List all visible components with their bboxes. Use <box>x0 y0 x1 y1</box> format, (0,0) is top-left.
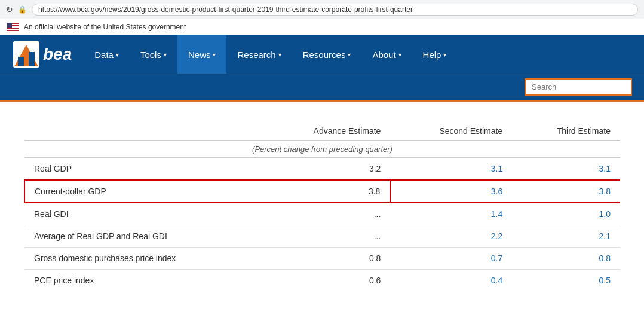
table-subtitle-row: (Percent change from preceding quarter) <box>24 141 620 158</box>
nav-link-news[interactable]: News ▾ <box>177 35 227 74</box>
gdp-table: Advance Estimate Second Estimate Third E… <box>24 120 620 291</box>
nav-link-resources[interactable]: Resources ▾ <box>292 35 362 74</box>
nav-link-tools[interactable]: Tools ▾ <box>130 35 177 74</box>
cell-second: 3.6 <box>390 180 512 203</box>
table-header-row: Advance Estimate Second Estimate Third E… <box>24 120 620 141</box>
nav-item-tools: Tools ▾ <box>130 35 177 74</box>
nav-label-resources: Resources <box>303 50 346 60</box>
nav-arrow-tools: ▾ <box>164 51 167 58</box>
cell-third: 2.1 <box>512 225 620 248</box>
cell-third: 1.0 <box>512 203 620 225</box>
main-nav: bea Data ▾ Tools ▾ News ▾ Research ▾ <box>0 35 644 74</box>
nav-link-about[interactable]: About ▾ <box>361 35 412 74</box>
nav-menu: Data ▾ Tools ▾ News ▾ Research ▾ Resourc <box>84 35 457 74</box>
nav-item-about: About ▾ <box>361 35 412 74</box>
nav-link-data[interactable]: Data ▾ <box>84 35 130 74</box>
cell-third: 3.1 <box>512 158 620 181</box>
svg-rect-3 <box>29 52 35 66</box>
gov-banner: An official website of the United States… <box>0 19 644 35</box>
lock-icon: 🔒 <box>18 5 27 14</box>
content-area: Advance Estimate Second Estimate Third E… <box>0 102 644 303</box>
table-row: Gross domestic purchases price index0.80… <box>24 248 620 270</box>
nav-label-data: Data <box>94 50 114 60</box>
col-header-label <box>24 120 262 141</box>
cell-third: 3.8 <box>512 180 620 203</box>
bea-logo[interactable]: bea <box>12 40 72 69</box>
nav-arrow-about: ▾ <box>398 51 401 58</box>
col-header-advance: Advance Estimate <box>262 120 390 141</box>
nav-item-data: Data ▾ <box>84 35 130 74</box>
cell-advance: 0.6 <box>262 270 390 292</box>
search-input[interactable] <box>525 78 632 96</box>
bea-logo-icon <box>12 40 41 69</box>
gov-banner-text: An official website of the United States… <box>24 23 186 31</box>
url-bar[interactable]: https://www.bea.gov/news/2019/gross-dome… <box>32 4 638 16</box>
cell-label: Real GDP <box>24 158 262 181</box>
cell-label: Gross domestic purchases price index <box>24 248 262 270</box>
nav-label-help: Help <box>423 50 441 60</box>
nav-link-help[interactable]: Help ▾ <box>412 35 458 74</box>
table-row: PCE price index0.60.40.5 <box>24 270 620 292</box>
nav-item-help: Help ▾ <box>412 35 458 74</box>
cell-advance: 0.8 <box>262 248 390 270</box>
cell-advance: ... <box>262 225 390 248</box>
table-subtitle: (Percent change from preceding quarter) <box>24 141 620 158</box>
nav-label-news: News <box>188 50 211 60</box>
cell-second: 1.4 <box>390 203 512 225</box>
table-row: Current-dollar GDP3.83.63.8 <box>24 180 620 203</box>
cell-second: 0.7 <box>390 248 512 270</box>
nav-item-news: News ▾ <box>177 35 227 74</box>
cell-advance: 3.8 <box>262 180 390 203</box>
svg-rect-2 <box>18 57 24 66</box>
nav-arrow-help: ▾ <box>443 51 446 58</box>
table-row: Real GDI...1.41.0 <box>24 203 620 225</box>
cell-label: Current-dollar GDP <box>24 180 262 203</box>
nav-link-research[interactable]: Research ▾ <box>226 35 292 74</box>
cell-second: 0.4 <box>390 270 512 292</box>
cell-advance: ... <box>262 203 390 225</box>
nav-label-about: About <box>372 50 395 60</box>
search-area <box>0 74 644 100</box>
nav-arrow-news: ▾ <box>213 51 216 58</box>
browser-bar: ↻ 🔒 https://www.bea.gov/news/2019/gross-… <box>0 0 644 19</box>
cell-advance: 3.2 <box>262 158 390 181</box>
table-row: Average of Real GDP and Real GDI...2.22.… <box>24 225 620 248</box>
col-header-third: Third Estimate <box>512 120 620 141</box>
cell-second: 2.2 <box>390 225 512 248</box>
cell-third: 0.8 <box>512 248 620 270</box>
bea-logo-text: bea <box>43 45 72 64</box>
nav-label-tools: Tools <box>140 50 161 60</box>
cell-label: Real GDI <box>24 203 262 225</box>
nav-arrow-resources: ▾ <box>348 51 351 58</box>
nav-item-research: Research ▾ <box>226 35 292 74</box>
nav-item-resources: Resources ▾ <box>292 35 362 74</box>
nav-arrow-research: ▾ <box>278 51 281 58</box>
nav-arrow-data: ▾ <box>116 51 119 58</box>
table-row: Real GDP3.23.13.1 <box>24 158 620 181</box>
nav-label-research: Research <box>237 50 275 60</box>
reload-icon[interactable]: ↻ <box>6 5 13 14</box>
cell-third: 0.5 <box>512 270 620 292</box>
us-flag-icon <box>7 23 19 31</box>
cell-second: 3.1 <box>390 158 512 181</box>
cell-label: PCE price index <box>24 270 262 292</box>
col-header-second: Second Estimate <box>390 120 512 141</box>
cell-label: Average of Real GDP and Real GDI <box>24 225 262 248</box>
